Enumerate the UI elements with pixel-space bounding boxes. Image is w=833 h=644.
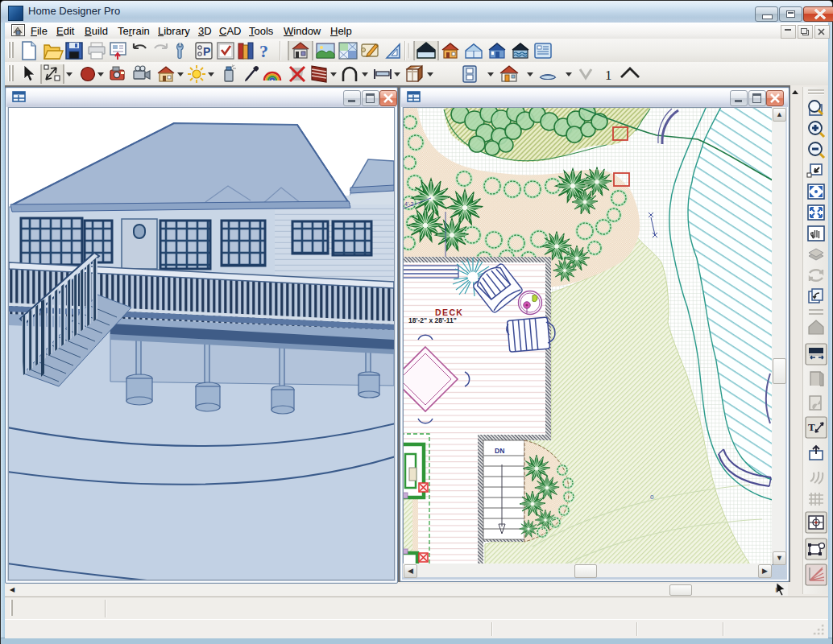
svg-text:?: ? [259, 41, 268, 60]
svg-text:DN: DN [495, 447, 504, 455]
svg-text:P: P [203, 45, 210, 58]
svg-text:18'-2" x 28'-11": 18'-2" x 28'-11" [408, 316, 457, 324]
svg-text:1: 1 [605, 68, 612, 83]
svg-text:0: 0 [650, 493, 654, 501]
svg-text:4'-2: 4'-2 [404, 201, 414, 207]
svg-text:T: T [808, 421, 815, 433]
